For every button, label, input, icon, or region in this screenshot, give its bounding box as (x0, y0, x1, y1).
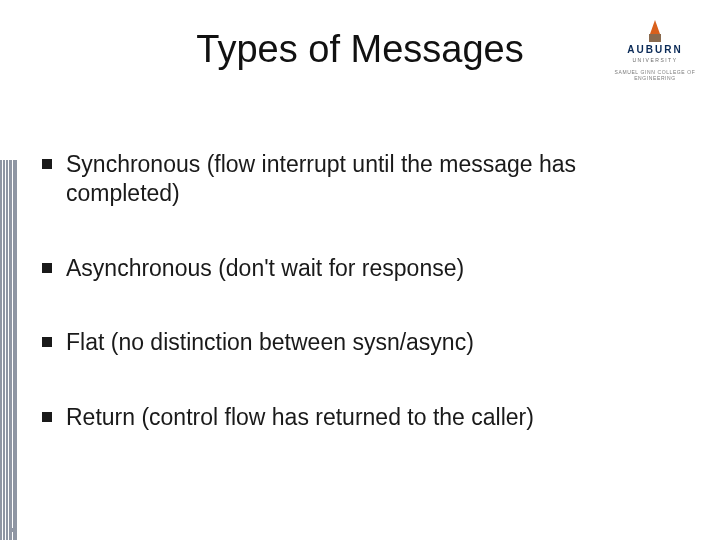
left-decor-strip (0, 160, 18, 540)
list-item: Asynchronous (don't wait for response) (42, 254, 678, 283)
logo-subline: UNIVERSITY (610, 57, 700, 63)
bullet-text: Flat (no distinction between sysn/async) (66, 328, 678, 357)
bullet-text: Asynchronous (don't wait for response) (66, 254, 678, 283)
auburn-logo: AUBURN UNIVERSITY SAMUEL GINN COLLEGE OF… (610, 10, 700, 81)
logo-college: SAMUEL GINN COLLEGE OF ENGINEERING (610, 69, 700, 81)
bullet-list: Synchronous (flow interrupt until the me… (42, 150, 678, 478)
slide: Types of Messages AUBURN UNIVERSITY SAMU… (0, 0, 720, 540)
bullet-text: Return (control flow has returned to the… (66, 403, 678, 432)
square-bullet-icon (42, 337, 52, 347)
square-bullet-icon (42, 263, 52, 273)
square-bullet-icon (42, 159, 52, 169)
list-item: Synchronous (flow interrupt until the me… (42, 150, 678, 208)
bullet-text: Synchronous (flow interrupt until the me… (66, 150, 678, 208)
slide-title: Types of Messages (196, 28, 523, 71)
square-bullet-icon (42, 412, 52, 422)
decor-dot (10, 528, 14, 532)
logo-tower-icon (645, 10, 665, 42)
logo-wordmark: AUBURN (610, 44, 700, 55)
list-item: Flat (no distinction between sysn/async) (42, 328, 678, 357)
list-item: Return (control flow has returned to the… (42, 403, 678, 432)
